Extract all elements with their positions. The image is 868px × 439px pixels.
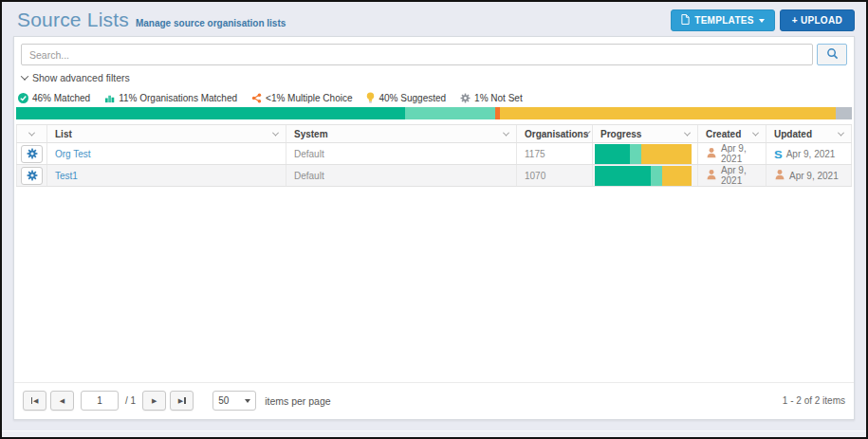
column-label: Created — [706, 129, 741, 139]
legend-item-matched: 46% Matched — [18, 93, 90, 103]
cell-created: Apr 9, 2021 — [698, 143, 766, 164]
page-total-label: / 1 — [125, 395, 136, 406]
updated-date: Apr 9, 2021 — [789, 171, 839, 181]
legend-item-suggested: 40% Suggested — [366, 92, 446, 103]
header-cell-list[interactable]: List — [47, 125, 286, 142]
title-group: Source Lists Manage source organisation … — [13, 9, 286, 31]
cell-system: Default — [286, 143, 517, 164]
page-header: Source Lists Manage source organisation … — [2, 2, 866, 36]
header-cell-created[interactable]: Created — [698, 125, 766, 142]
upload-button-label: + UPLOAD — [792, 15, 842, 26]
advanced-filters-label: Show advanced filters — [32, 72, 130, 83]
chevron-down-icon — [21, 72, 28, 80]
progress-segment-suggested — [662, 166, 692, 186]
page-size-select[interactable]: 50 — [212, 391, 256, 411]
overall-progress-bar — [16, 107, 852, 119]
next-page-icon: ▶ — [152, 397, 157, 404]
gear-icon — [460, 93, 471, 103]
chevron-down-icon[interactable] — [28, 129, 35, 136]
updated-date: Apr 9, 2021 — [786, 149, 836, 159]
progress-segment-matched — [16, 107, 405, 119]
table-row: Org Test Default 1175 Apr 9, 2021 S A — [16, 143, 852, 165]
table-header-row: List System Organisations Progress Creat… — [16, 125, 852, 143]
person-icon — [706, 169, 717, 182]
lightbulb-icon — [366, 92, 375, 103]
row-settings-button[interactable] — [21, 145, 43, 163]
cell-progress — [593, 143, 698, 164]
column-label: List — [55, 129, 72, 139]
caret-down-icon — [245, 399, 250, 403]
bar-chart-icon — [104, 93, 115, 103]
chevron-down-icon[interactable] — [684, 129, 691, 136]
cell-progress — [593, 165, 698, 186]
caret-down-icon — [759, 19, 765, 23]
header-cell-organisations[interactable]: Organisations — [517, 125, 593, 142]
created-date: Apr 9, 2021 — [721, 165, 758, 186]
legend-item-organisations-matched: 11% Organisations Matched — [104, 93, 237, 103]
search-row — [21, 44, 847, 65]
header-cell-progress[interactable]: Progress — [593, 125, 698, 142]
progress-segment-matched — [595, 144, 630, 164]
chevron-down-icon[interactable] — [752, 129, 759, 136]
column-label: System — [294, 129, 328, 139]
source-lists-table: List System Organisations Progress Creat… — [16, 124, 852, 187]
list-name-link[interactable]: Test1 — [55, 171, 78, 181]
header-actions: TEMPLATES + UPLOAD — [671, 9, 855, 31]
legend-label: 11% Organisations Matched — [119, 93, 237, 103]
first-page-icon — [31, 397, 33, 404]
header-cell-updated[interactable]: Updated — [766, 125, 852, 142]
chevron-down-icon[interactable] — [838, 129, 844, 136]
created-date: Apr 9, 2021 — [721, 143, 758, 164]
advanced-filters-toggle[interactable]: Show advanced filters — [22, 72, 130, 83]
page-title: Source Lists — [17, 9, 129, 31]
person-icon — [706, 147, 717, 160]
page-number-input[interactable] — [81, 391, 119, 411]
progress-segment-suggested — [500, 107, 836, 119]
cell-created: Apr 9, 2021 — [698, 165, 766, 186]
templates-button-label: TEMPLATES — [694, 15, 754, 26]
previous-page-icon: ◀ — [60, 397, 65, 404]
s-logo-icon: S — [774, 148, 783, 159]
column-label: Progress — [600, 129, 641, 139]
last-page-icon — [184, 397, 186, 404]
column-label: Organisations — [525, 129, 588, 139]
progress-legend: 46% Matched 11% Organisations Matched <1… — [18, 92, 854, 103]
search-icon — [826, 47, 839, 63]
first-page-button[interactable]: ◀ — [23, 391, 46, 411]
previous-page-button[interactable]: ◀ — [50, 391, 74, 411]
row-settings-button[interactable] — [21, 167, 43, 185]
document-icon — [681, 14, 690, 27]
page-subtitle: Manage source organisation lists — [136, 18, 286, 28]
column-label: Updated — [774, 129, 812, 139]
templates-button[interactable]: TEMPLATES — [671, 9, 775, 31]
legend-label: 40% Suggested — [379, 93, 446, 103]
table-row: Test1 Default 1070 Apr 9, 2021 Apr 9 — [16, 165, 852, 187]
bottom-strip — [2, 430, 866, 437]
row-progress-bar — [595, 166, 692, 186]
page-size-label: items per page — [265, 395, 330, 407]
app-window: Source Lists Manage source organisation … — [0, 0, 868, 439]
legend-item-multiple-choice: <1% Multiple Choice — [251, 93, 352, 103]
next-page-button[interactable]: ▶ — [142, 391, 166, 411]
last-page-button[interactable]: ▶ — [170, 391, 194, 411]
cell-system: Default — [286, 165, 517, 186]
upload-button[interactable]: + UPLOAD — [780, 9, 855, 31]
search-input[interactable] — [21, 44, 813, 65]
legend-label: 46% Matched — [32, 93, 90, 103]
items-range-label: 1 - 2 of 2 items — [783, 395, 845, 406]
page-size-value: 50 — [218, 395, 229, 406]
header-cell-actions[interactable] — [16, 125, 47, 142]
search-button[interactable] — [817, 44, 847, 65]
legend-label: <1% Multiple Choice — [266, 93, 352, 103]
list-name-link[interactable]: Org Test — [55, 149, 91, 159]
progress-segment-organisations-matched — [651, 166, 662, 186]
progress-segment-not-set — [836, 107, 852, 119]
header-cell-system[interactable]: System — [286, 125, 517, 142]
legend-label: 1% Not Set — [474, 93, 523, 103]
chevron-down-icon[interactable] — [503, 129, 509, 136]
person-icon — [774, 169, 785, 182]
chevron-down-icon[interactable] — [272, 129, 279, 136]
progress-segment-organisations-matched — [405, 107, 495, 119]
cell-updated: Apr 9, 2021 — [766, 165, 852, 186]
progress-segment-matched — [595, 166, 651, 186]
